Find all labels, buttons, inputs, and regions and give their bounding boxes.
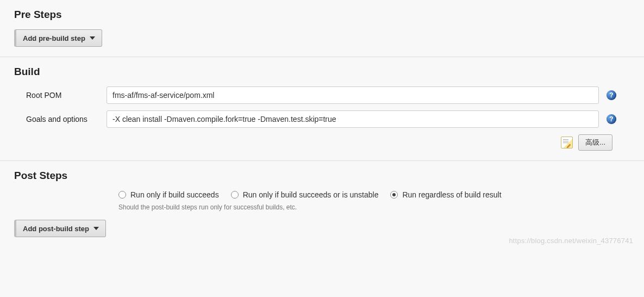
radio-label: Run only if build succeeds — [130, 190, 219, 199]
goals-label: Goals and options — [14, 115, 107, 123]
radio-opt-regardless[interactable]: Run regardless of build result — [390, 190, 501, 199]
help-icon[interactable]: ? — [607, 114, 616, 124]
pre-steps-section: Pre Steps Add pre-build step — [0, 0, 644, 57]
post-steps-section: Post Steps Run only if build succeeds Ru… — [0, 161, 644, 247]
help-icon[interactable]: ? — [607, 90, 616, 100]
note-icon[interactable] — [561, 137, 573, 148]
add-post-build-step-button[interactable]: Add post-build step — [14, 220, 106, 237]
radio-icon — [118, 191, 126, 199]
post-steps-radio-group: Run only if build succeeds Run only if b… — [118, 190, 630, 199]
radio-label: Run only if build succeeds or is unstabl… — [243, 190, 379, 199]
root-pom-input[interactable] — [107, 86, 599, 104]
add-pre-build-step-button[interactable]: Add pre-build step — [14, 29, 102, 47]
advanced-button[interactable]: 高级... — [578, 134, 612, 151]
radio-opt-unstable[interactable]: Run only if build succeeds or is unstabl… — [231, 190, 379, 199]
build-title: Build — [14, 66, 630, 78]
caret-down-icon — [93, 227, 99, 230]
root-pom-label: Root POM — [14, 91, 107, 100]
caret-down-icon — [90, 36, 95, 40]
goals-row: Goals and options ? — [14, 110, 630, 128]
goals-input[interactable] — [107, 110, 599, 128]
post-steps-title: Post Steps — [14, 170, 630, 182]
pre-steps-title: Pre Steps — [14, 9, 630, 21]
root-pom-row: Root POM ? — [14, 86, 630, 104]
watermark-text: https://blog.csdn.net/weixin_43776741 — [509, 237, 633, 245]
radio-label: Run regardless of build result — [402, 190, 501, 199]
add-pre-build-step-label: Add pre-build step — [23, 34, 85, 42]
advanced-row: 高级... — [14, 134, 630, 151]
radio-icon — [390, 191, 398, 199]
radio-opt-succeeds[interactable]: Run only if build succeeds — [118, 190, 219, 199]
post-steps-hint: Should the post-build steps run only for… — [118, 203, 630, 211]
build-section: Build Root POM ? Goals and options ? 高级.… — [0, 57, 644, 161]
radio-icon — [231, 191, 239, 199]
add-post-build-step-label: Add post-build step — [23, 225, 89, 233]
